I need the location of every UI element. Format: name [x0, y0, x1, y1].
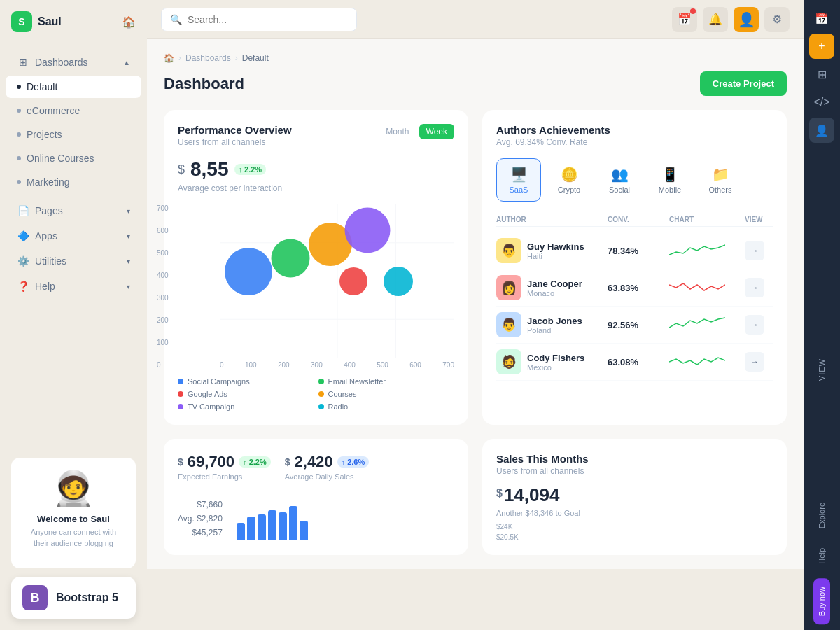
- top-header: 🔍 📅 🔔 👤 ⚙: [147, 0, 804, 39]
- page-title: Dashboard: [164, 75, 244, 93]
- author-details: Guy Hawkins Haiti: [527, 241, 584, 260]
- sidebar-item-label: Apps: [35, 230, 121, 241]
- settings-icon-button[interactable]: ⚙: [764, 7, 790, 32]
- user-avatar[interactable]: 👤: [734, 7, 759, 32]
- cat-tab-social[interactable]: 👥 Social: [597, 158, 642, 202]
- right-bar-plus[interactable]: +: [809, 34, 834, 59]
- y-label: $24K: [496, 523, 773, 531]
- breadcrumb-sep: ›: [178, 53, 181, 63]
- dashboards-icon: ⊞: [17, 56, 29, 69]
- mini-chart: [669, 242, 725, 259]
- breadcrumb-dashboards[interactable]: Dashboards: [186, 53, 231, 63]
- bubble-email: [272, 239, 310, 277]
- sales-y-labels: $24K $20.5K: [496, 523, 773, 541]
- sidebar: S Saul 🏠 ⊞ Dashboards ▲ Default eCommerc…: [0, 0, 147, 630]
- sidebar-item-projects[interactable]: Projects: [6, 123, 141, 146]
- dot-icon: [17, 180, 21, 184]
- sidebar-item-online-courses[interactable]: Online Courses: [6, 147, 141, 169]
- bar: [289, 506, 298, 540]
- sidebar-item-label: Dashboards: [35, 57, 118, 68]
- view-button[interactable]: →: [745, 352, 764, 372]
- author-conv: 78.34%: [608, 246, 664, 256]
- cat-tab-crypto[interactable]: 🪙 Crypto: [547, 158, 592, 202]
- legend-label: Google Ads: [188, 390, 227, 398]
- utilities-icon: ⚙️: [17, 255, 29, 267]
- settings-icon: ⚙: [772, 13, 782, 26]
- legend-label: TV Campaign: [188, 402, 234, 411]
- legend-label: Courses: [328, 390, 357, 398]
- mobile-icon: 📱: [662, 166, 679, 183]
- sales-number: 14,094: [504, 484, 560, 506]
- bell-icon: 🔔: [708, 13, 722, 26]
- notification-icon-button[interactable]: 🔔: [703, 7, 728, 32]
- sidebar-item-pages[interactable]: 📄 Pages ▾: [6, 199, 141, 223]
- tab-week[interactable]: Week: [419, 124, 454, 139]
- author-name: Jacob Jones: [527, 316, 582, 326]
- y-axis: 700 600 500 400 300 200 100 0: [157, 204, 169, 369]
- sidebar-item-label: eCommerce: [27, 105, 130, 116]
- sidebar-item-label: Marketing: [27, 176, 130, 188]
- dot-icon: [17, 156, 21, 160]
- x-label: 100: [245, 361, 257, 369]
- legend-dot: [318, 391, 324, 397]
- header-right: 📅 🔔 👤 ⚙: [672, 7, 790, 32]
- bar-item: Avg. $2,820: [178, 512, 223, 526]
- right-bar-code[interactable]: </>: [809, 90, 834, 115]
- view-button[interactable]: →: [745, 241, 764, 260]
- sidebar-nav: ⊞ Dashboards ▲ Default eCommerce Project…: [0, 43, 147, 447]
- search-input[interactable]: [188, 14, 348, 25]
- breadcrumb-sep2: ›: [235, 53, 238, 63]
- sidebar-item-utilities[interactable]: ⚙️ Utilities ▾: [6, 249, 141, 273]
- table-row: 🧔 Cody Fishers Mexico 63.08% →: [496, 344, 773, 381]
- sidebar-header: S Saul 🏠: [0, 0, 147, 43]
- saas-icon: 🖥️: [510, 166, 528, 183]
- bar: [279, 512, 287, 540]
- cat-tab-saas[interactable]: 🖥️ SaaS: [496, 158, 541, 202]
- home-icon[interactable]: 🏠: [122, 15, 136, 29]
- cat-tab-others[interactable]: 📁 Others: [698, 158, 743, 202]
- cat-label: Others: [708, 186, 732, 194]
- sidebar-item-default[interactable]: Default: [6, 76, 141, 98]
- right-bar-help[interactable]: Help: [815, 540, 829, 573]
- sidebar-item-label: Default: [27, 81, 130, 92]
- right-bar-explore[interactable]: Explore: [815, 494, 829, 537]
- cat-tab-mobile[interactable]: 📱 Mobile: [648, 158, 692, 202]
- sidebar-item-help[interactable]: ❓ Help ▾: [6, 274, 141, 298]
- bubble-chart: [220, 204, 454, 358]
- author-name: Jane Cooper: [527, 279, 582, 289]
- legend-label: Email Newsletter: [328, 377, 386, 386]
- category-tabs: 🖥️ SaaS 🪙 Crypto 👥 Social 📱: [496, 158, 773, 202]
- active-dot: [17, 85, 21, 89]
- x-label: 400: [344, 361, 356, 369]
- calendar-icon-button[interactable]: 📅: [672, 7, 697, 32]
- legend-dot: [178, 391, 183, 397]
- bubble-chart-container: 700 600 500 400 300 200 100 0: [178, 204, 454, 369]
- view-button[interactable]: →: [745, 315, 764, 335]
- tab-month[interactable]: Month: [379, 124, 416, 139]
- right-bar-grid[interactable]: ⊞: [809, 62, 834, 87]
- right-bar-calendar[interactable]: 📅: [809, 6, 834, 31]
- right-bar-person[interactable]: 👤: [809, 118, 834, 143]
- right-bar-buy-now[interactable]: Buy now: [813, 578, 830, 624]
- bar: [300, 521, 308, 540]
- create-project-button[interactable]: Create Project: [700, 71, 787, 96]
- dollar-sign: $: [496, 487, 503, 500]
- avatar: 👨: [496, 312, 522, 337]
- sidebar-item-dashboards[interactable]: ⊞ Dashboards ▲: [6, 50, 141, 74]
- author-country: Monaco: [527, 289, 582, 298]
- mini-bars: [237, 498, 308, 540]
- y-label: 500: [157, 249, 169, 257]
- sidebar-item-ecommerce[interactable]: eCommerce: [6, 99, 141, 122]
- sidebar-item-apps[interactable]: 🔷 Apps ▾: [6, 224, 141, 248]
- legend-radio: Radio: [318, 402, 455, 411]
- metric-label: Avarage cost per interaction: [178, 183, 454, 193]
- expected-earnings: $ 69,700 ↑ 2.2% Expected Earnings: [178, 453, 271, 481]
- author-conv: 92.56%: [608, 320, 664, 330]
- view-button[interactable]: →: [745, 278, 764, 298]
- others-icon: 📁: [712, 166, 729, 183]
- chevron-down-icon: ▾: [127, 258, 130, 265]
- search-box[interactable]: 🔍: [161, 8, 357, 31]
- breadcrumb-current: Default: [242, 53, 269, 63]
- sidebar-item-marketing[interactable]: Marketing: [6, 171, 141, 193]
- mini-chart: [669, 316, 725, 333]
